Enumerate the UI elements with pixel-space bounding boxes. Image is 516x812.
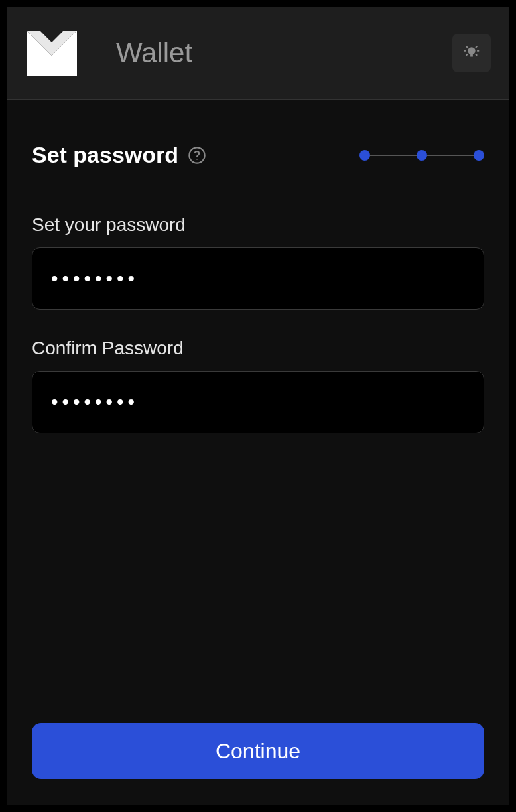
spacer: [32, 433, 484, 723]
svg-line-9: [476, 46, 477, 47]
svg-line-10: [466, 54, 468, 55]
page-heading-row: Set password: [32, 142, 484, 168]
step-dot-1: [359, 150, 370, 161]
step-dot-2: [417, 150, 427, 161]
password-input[interactable]: [32, 247, 484, 310]
theme-toggle-button[interactable]: [452, 34, 491, 72]
header-divider: [97, 27, 97, 80]
confirm-password-input[interactable]: [32, 371, 484, 433]
password-label: Set your password: [32, 214, 484, 236]
header: Wallet: [7, 7, 509, 100]
help-icon[interactable]: [188, 146, 206, 165]
svg-point-4: [468, 47, 475, 54]
lightbulb-icon: [462, 42, 482, 64]
app-logo-icon: [25, 27, 78, 80]
confirm-password-label: Confirm Password: [32, 338, 484, 359]
confirm-password-field-group: Confirm Password: [32, 338, 484, 433]
password-form: Set your password Confirm Password: [32, 214, 484, 433]
step-dot-3: [474, 150, 484, 161]
svg-point-13: [196, 158, 198, 159]
app-container: Wallet Set password: [0, 0, 516, 812]
continue-button[interactable]: Continue: [32, 723, 484, 779]
svg-line-11: [476, 54, 477, 55]
svg-rect-5: [470, 54, 473, 56]
svg-line-8: [466, 46, 468, 47]
page-heading: Set password: [32, 142, 206, 168]
page-title: Set password: [32, 142, 178, 168]
step-line: [370, 155, 417, 156]
main-content: Set password Set your passwor: [7, 100, 509, 805]
progress-stepper: [359, 150, 484, 161]
header-title: Wallet: [116, 37, 452, 69]
password-field-group: Set your password: [32, 214, 484, 310]
step-line: [427, 155, 474, 156]
